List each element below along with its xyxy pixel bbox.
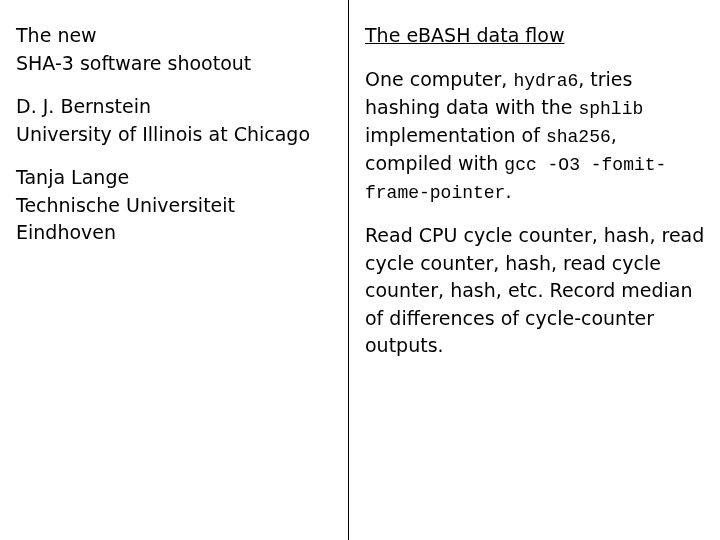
slide: The new SHA-3 software shootout D. J. Be… [0, 0, 720, 540]
p1-text-a: One computer, [365, 68, 513, 90]
right-column: The eBASH data flow One computer, hydra6… [348, 0, 720, 540]
p2-text: Read CPU cycle counter, hash, read cycle… [365, 224, 704, 356]
title-line1: The new [16, 24, 97, 46]
heading-text: The eBASH data flow [365, 24, 564, 46]
p1-text-e: . [505, 180, 511, 202]
author2-affiliation: Technische Universiteit Eindhoven [16, 194, 235, 244]
author1-affiliation: University of Illinois at Chicago [16, 123, 310, 145]
author-block-2: Tanja Lange Technische Universiteit Eind… [16, 164, 334, 247]
p1-code-hydra6: hydra6 [513, 71, 578, 91]
section-heading: The eBASH data flow [365, 22, 706, 50]
paragraph-2: Read CPU cycle counter, hash, read cycle… [365, 222, 706, 360]
paragraph-1: One computer, hydra6, tries hashing data… [365, 66, 706, 206]
author2-name: Tanja Lange [16, 166, 129, 188]
author-block-1: D. J. Bernstein University of Illinois a… [16, 93, 334, 148]
title-line2: SHA-3 software shootout [16, 52, 251, 74]
p1-text-c: implementation of [365, 124, 546, 146]
left-column: The new SHA-3 software shootout D. J. Be… [0, 0, 348, 540]
slide-title: The new SHA-3 software shootout [16, 22, 334, 77]
author1-name: D. J. Bernstein [16, 95, 151, 117]
p1-code-sphlib: sphlib [578, 99, 643, 119]
p1-code-sha256: sha256 [546, 127, 611, 147]
